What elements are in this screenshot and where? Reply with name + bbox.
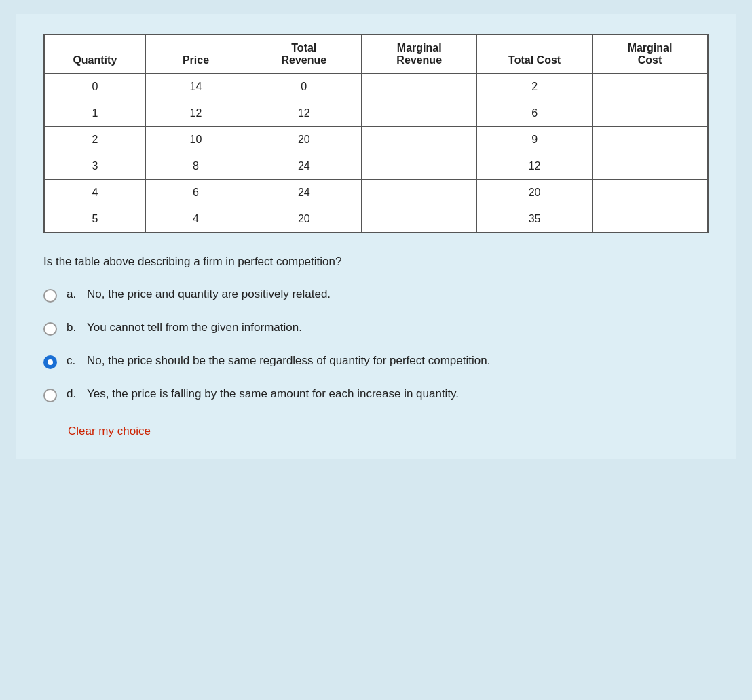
- table-cell: 8: [145, 153, 246, 180]
- table-cell: [362, 127, 477, 153]
- option-letter: d.: [67, 387, 81, 401]
- table-cell: 2: [45, 127, 146, 153]
- table-cell: 14: [145, 74, 246, 100]
- option-c[interactable]: c.No, the price should be the same regar…: [43, 354, 709, 372]
- table-row: 382412: [45, 153, 708, 180]
- table-cell: [362, 100, 477, 127]
- table-cell: [362, 180, 477, 206]
- table-row: 01402: [45, 74, 708, 100]
- table-cell: 24: [246, 180, 362, 206]
- table-cell: 6: [145, 180, 246, 206]
- option-text: You cannot tell from the given informati…: [87, 321, 302, 334]
- table-cell: 5: [45, 206, 146, 233]
- radio-indicator: [43, 355, 57, 369]
- option-text: Yes, the price is falling by the same am…: [87, 387, 459, 401]
- radio-indicator: [43, 289, 57, 303]
- col-header-total-revenue: TotalRevenue: [246, 35, 362, 74]
- option-letter: a.: [67, 288, 81, 301]
- table-row: 462420: [45, 180, 708, 206]
- table-cell: [362, 74, 477, 100]
- radio-btn-b[interactable]: [43, 322, 57, 339]
- table-cell: 35: [477, 206, 593, 233]
- table-cell: [593, 180, 708, 206]
- clear-choice-link[interactable]: Clear my choice: [68, 425, 151, 438]
- table-cell: 20: [246, 127, 362, 153]
- col-header-marginal-revenue: MarginalRevenue: [362, 35, 477, 74]
- option-letter: b.: [67, 321, 81, 334]
- col-header-marginal-cost: MarginalCost: [593, 35, 708, 74]
- table-cell: 24: [246, 153, 362, 180]
- option-text: No, the price should be the same regardl…: [87, 354, 490, 368]
- col-header-price: Price: [145, 35, 246, 74]
- col-header-quantity: Quantity: [45, 35, 146, 74]
- table-cell: [593, 127, 708, 153]
- option-b[interactable]: b.You cannot tell from the given informa…: [43, 321, 709, 339]
- table-cell: 3: [45, 153, 146, 180]
- table-cell: 12: [477, 153, 593, 180]
- radio-indicator: [43, 322, 57, 336]
- table-cell: 2: [477, 74, 593, 100]
- table-cell: 10: [145, 127, 246, 153]
- col-header-total-cost: Total Cost: [477, 35, 593, 74]
- table-cell: 4: [145, 206, 246, 233]
- radio-btn-d[interactable]: [43, 389, 57, 406]
- economics-table: Quantity Price TotalRevenue MarginalReve…: [44, 35, 708, 233]
- table-row: 210209: [45, 127, 708, 153]
- table-cell: 20: [477, 180, 593, 206]
- page-container: Quantity Price TotalRevenue MarginalReve…: [16, 14, 736, 459]
- option-d[interactable]: d.Yes, the price is falling by the same …: [43, 387, 709, 406]
- table-cell: 12: [246, 100, 362, 127]
- radio-indicator: [43, 389, 57, 402]
- answer-options: a.No, the price and quantity are positiv…: [43, 288, 709, 406]
- table-cell: [593, 74, 708, 100]
- table-cell: 1: [45, 100, 146, 127]
- option-letter: c.: [67, 354, 81, 368]
- table-cell: [362, 206, 477, 233]
- table-cell: [362, 153, 477, 180]
- question-text: Is the table above describing a firm in …: [43, 255, 709, 269]
- option-text: No, the price and quantity are positivel…: [87, 288, 331, 301]
- table-cell: [593, 206, 708, 233]
- table-cell: 4: [45, 180, 146, 206]
- table-cell: 6: [477, 100, 593, 127]
- table-cell: 9: [477, 127, 593, 153]
- table-row: 542035: [45, 206, 708, 233]
- table-cell: [593, 153, 708, 180]
- table-row: 112126: [45, 100, 708, 127]
- data-table-wrapper: Quantity Price TotalRevenue MarginalReve…: [43, 34, 709, 233]
- table-cell: 20: [246, 206, 362, 233]
- table-cell: 0: [246, 74, 362, 100]
- radio-btn-c[interactable]: [43, 355, 57, 372]
- option-a[interactable]: a.No, the price and quantity are positiv…: [43, 288, 709, 306]
- table-cell: [593, 100, 708, 127]
- table-cell: 0: [45, 74, 146, 100]
- table-cell: 12: [145, 100, 246, 127]
- radio-btn-a[interactable]: [43, 289, 57, 306]
